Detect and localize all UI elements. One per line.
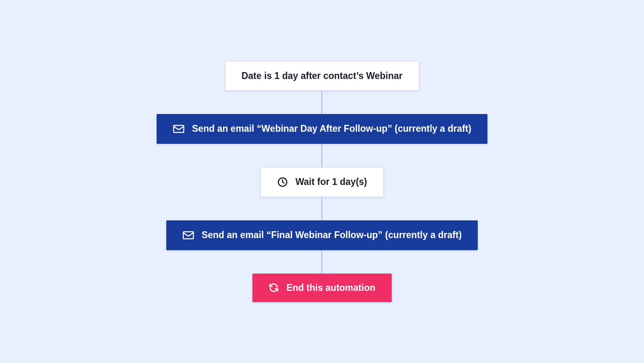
trigger-node[interactable]: Date is 1 day after contact’s Webinar: [225, 61, 419, 91]
connector: [321, 250, 322, 274]
wait-label: Wait for 1 day(s): [295, 176, 367, 187]
automation-flow: Date is 1 day after contact’s Webinar Se…: [157, 61, 487, 302]
send-email-node-2[interactable]: Send an email “Final Webinar Follow-up” …: [166, 220, 478, 250]
connector: [321, 197, 322, 220]
end-automation-node[interactable]: End this automation: [252, 274, 391, 302]
end-automation-label: End this automation: [286, 282, 375, 293]
connector: [321, 144, 322, 167]
envelope-icon: [182, 229, 194, 241]
wait-node[interactable]: Wait for 1 day(s): [260, 167, 384, 197]
svg-rect-2: [183, 232, 193, 239]
envelope-icon: [173, 123, 185, 135]
connector: [321, 91, 322, 114]
send-email-label-1: Send an email “Webinar Day After Follow-…: [192, 123, 471, 134]
send-email-node-1[interactable]: Send an email “Webinar Day After Follow-…: [157, 114, 487, 144]
send-email-label-2: Send an email “Final Webinar Follow-up” …: [202, 230, 462, 241]
clock-icon: [277, 176, 288, 188]
refresh-icon: [268, 282, 279, 293]
svg-rect-0: [174, 125, 184, 133]
trigger-label: Date is 1 day after contact’s Webinar: [242, 71, 402, 81]
